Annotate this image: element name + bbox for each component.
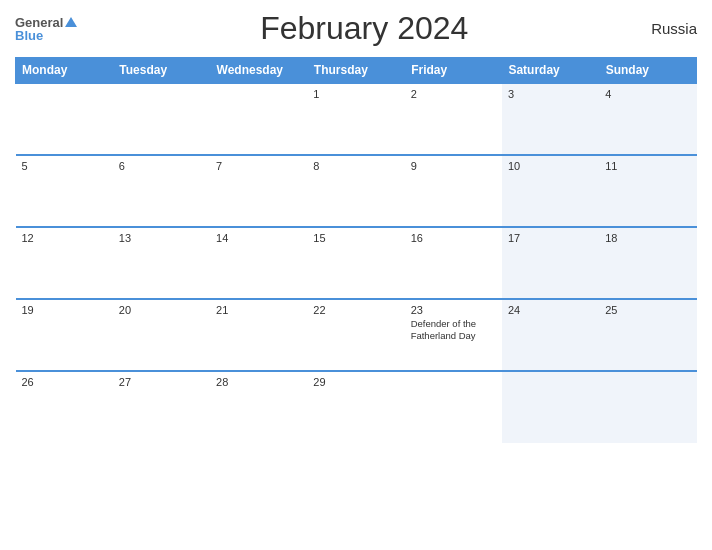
calendar-week-row: 567891011 [16,155,697,227]
day-number: 18 [605,232,690,244]
day-number: 3 [508,88,593,100]
day-number: 7 [216,160,301,172]
weekday-header-row: Monday Tuesday Wednesday Thursday Friday… [16,58,697,84]
day-number: 6 [119,160,204,172]
weekday-friday: Friday [405,58,502,84]
calendar-header: General Blue February 2024 Russia [15,10,697,47]
day-number: 1 [313,88,398,100]
day-number: 19 [22,304,107,316]
holiday-label: Defender of the Fatherland Day [411,318,496,343]
calendar-cell: 20 [113,299,210,371]
day-number: 17 [508,232,593,244]
day-number: 29 [313,376,398,388]
calendar-cell [210,83,307,155]
calendar-body: 1234567891011121314151617181920212223Def… [16,83,697,443]
calendar-cell: 23Defender of the Fatherland Day [405,299,502,371]
calendar-cell: 17 [502,227,599,299]
logo-triangle-icon [65,17,77,27]
day-number: 12 [22,232,107,244]
day-number: 16 [411,232,496,244]
weekday-thursday: Thursday [307,58,404,84]
calendar-cell: 4 [599,83,696,155]
day-number: 9 [411,160,496,172]
day-number: 11 [605,160,690,172]
calendar-container: General Blue February 2024 Russia Monday… [0,0,712,550]
calendar-cell [502,371,599,443]
day-number: 22 [313,304,398,316]
day-number: 26 [22,376,107,388]
logo-general-text: General [15,16,63,29]
weekday-monday: Monday [16,58,113,84]
calendar-cell: 6 [113,155,210,227]
day-number: 24 [508,304,593,316]
calendar-cell: 27 [113,371,210,443]
calendar-cell [405,371,502,443]
calendar-cell: 28 [210,371,307,443]
calendar-cell [113,83,210,155]
calendar-cell: 12 [16,227,113,299]
calendar-cell: 10 [502,155,599,227]
weekday-tuesday: Tuesday [113,58,210,84]
calendar-cell: 8 [307,155,404,227]
day-number: 27 [119,376,204,388]
calendar-cell: 2 [405,83,502,155]
weekday-saturday: Saturday [502,58,599,84]
calendar-week-row: 12131415161718 [16,227,697,299]
calendar-cell: 1 [307,83,404,155]
weekday-sunday: Sunday [599,58,696,84]
day-number: 8 [313,160,398,172]
calendar-cell [16,83,113,155]
calendar-week-row: 1234 [16,83,697,155]
calendar-cell: 29 [307,371,404,443]
day-number: 13 [119,232,204,244]
calendar-cell: 9 [405,155,502,227]
logo-blue-text: Blue [15,29,43,42]
logo: General Blue [15,16,77,42]
calendar-cell: 11 [599,155,696,227]
calendar-cell: 14 [210,227,307,299]
day-number: 4 [605,88,690,100]
calendar-cell [599,371,696,443]
calendar-cell: 18 [599,227,696,299]
day-number: 28 [216,376,301,388]
calendar-cell: 7 [210,155,307,227]
day-number: 14 [216,232,301,244]
day-number: 25 [605,304,690,316]
calendar-cell: 13 [113,227,210,299]
country-label: Russia [651,20,697,37]
calendar-cell: 24 [502,299,599,371]
calendar-week-row: 26272829 [16,371,697,443]
calendar-cell: 19 [16,299,113,371]
calendar-week-row: 1920212223Defender of the Fatherland Day… [16,299,697,371]
calendar-title: February 2024 [260,10,468,47]
calendar-cell: 25 [599,299,696,371]
calendar-cell: 26 [16,371,113,443]
calendar-cell: 22 [307,299,404,371]
calendar-cell: 16 [405,227,502,299]
calendar-table: Monday Tuesday Wednesday Thursday Friday… [15,57,697,443]
day-number: 5 [22,160,107,172]
calendar-cell: 3 [502,83,599,155]
day-number: 20 [119,304,204,316]
day-number: 2 [411,88,496,100]
weekday-wednesday: Wednesday [210,58,307,84]
calendar-cell: 5 [16,155,113,227]
day-number: 15 [313,232,398,244]
day-number: 10 [508,160,593,172]
calendar-cell: 15 [307,227,404,299]
day-number: 23 [411,304,496,316]
calendar-cell: 21 [210,299,307,371]
day-number: 21 [216,304,301,316]
